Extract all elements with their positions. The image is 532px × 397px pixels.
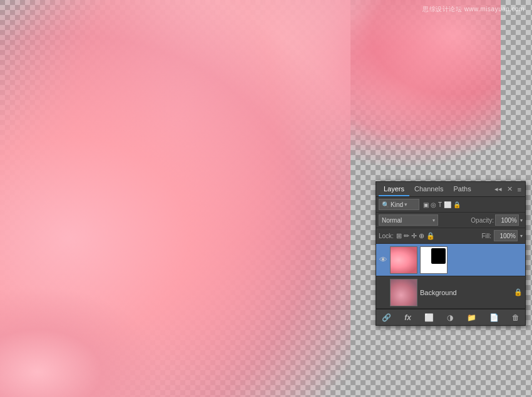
fx-button[interactable]: fx (402, 313, 413, 322)
rose-bottom-left (0, 272, 188, 397)
type-filter-icon[interactable]: T (438, 201, 442, 208)
adjustment-filter-icon[interactable]: ◎ (431, 201, 436, 208)
opacity-label: Opacity: (471, 217, 494, 224)
fill-label: Fill: (481, 233, 491, 239)
panel-close-button[interactable]: ✕ (506, 185, 514, 193)
add-mask-button[interactable]: ⬜ (422, 313, 436, 322)
delete-layer-button[interactable]: 🗑 (510, 313, 521, 322)
tab-channels[interactable]: Channels (409, 183, 448, 196)
kind-chevron-icon: ▾ (404, 201, 407, 208)
blend-mode-arrow-icon: ▾ (432, 218, 435, 223)
background-layer-item[interactable]: Background 🔒 (376, 276, 525, 309)
background-thumb-content (391, 279, 417, 306)
background-layer-name: Background (420, 289, 511, 296)
opacity-arrow-icon: ▾ (520, 218, 523, 223)
lock-pixels-icon[interactable]: ⊞ (396, 232, 402, 240)
panel-header: Layers Channels Paths ◂◂ ✕ ≡ (376, 182, 525, 197)
panel-header-controls: ◂◂ ✕ ≡ (493, 185, 523, 193)
new-fill-button[interactable]: ◑ (445, 313, 455, 322)
layer-thumb-content (391, 247, 417, 273)
layer-mask-content (421, 247, 447, 273)
smart-filter-icon[interactable]: 🔒 (453, 201, 461, 208)
tab-paths[interactable]: Paths (449, 183, 476, 196)
pixel-filter-icon[interactable]: ▣ (423, 201, 429, 208)
shape-filter-icon[interactable]: ⬜ (444, 201, 451, 208)
background-lock-icon: 🔒 (514, 288, 523, 296)
kind-dropdown[interactable]: 🔍 Kind ▾ (379, 199, 419, 210)
layer-mask-thumbnail (420, 246, 448, 274)
layer-visibility-toggle[interactable]: 👁 (379, 255, 387, 264)
lock-all-icon[interactable]: 🔒 (426, 232, 435, 240)
lock-label: Lock: (379, 233, 394, 239)
lock-icons-group: ⊞ ✏ ✛ ⊕ 🔒 (396, 232, 435, 240)
lock-paintbrush-icon[interactable]: ✏ (404, 232, 409, 240)
new-layer-button[interactable]: 📄 (488, 313, 501, 322)
lock-position-icon[interactable]: ✛ (411, 232, 417, 240)
background-thumbnail (390, 279, 417, 306)
opacity-control: Opacity: 100% ▾ (471, 214, 523, 226)
layer-thumbnail-roses (390, 246, 417, 274)
kind-filter-icons: ▣ ◎ T ⬜ 🔒 (423, 201, 461, 208)
fill-arrow-icon: ▾ (520, 233, 523, 239)
new-group-button[interactable]: 📁 (465, 313, 478, 322)
lock-artboard-icon[interactable]: ⊕ (419, 232, 424, 240)
blend-mode-dropdown[interactable]: Normal ▾ (379, 214, 438, 226)
panel-collapse-button[interactable]: ◂◂ (493, 185, 503, 193)
panel-tabs: Layers Channels Paths (379, 183, 493, 196)
tab-layers[interactable]: Layers (379, 183, 409, 196)
panel-menu-button[interactable]: ≡ (516, 186, 523, 193)
layer-item[interactable]: 👁 (376, 244, 525, 276)
opacity-input[interactable]: 100% (495, 214, 519, 226)
layers-panel: Layers Channels Paths ◂◂ ✕ ≡ 🔍 Kind ▾ ▣ … (376, 181, 526, 326)
watermark: 思综设计论坛 www.misayuan.com (422, 5, 524, 14)
lock-fill-row: Lock: ⊞ ✏ ✛ ⊕ 🔒 Fill: 100% ▾ (376, 228, 525, 244)
link-layers-button[interactable]: 🔗 (380, 313, 393, 322)
fill-input[interactable]: 100% (494, 230, 518, 241)
panel-toolbar: 🔗 fx ⬜ ◑ 📁 📄 🗑 (376, 309, 525, 325)
blend-opacity-row: Normal ▾ Opacity: 100% ▾ (376, 213, 525, 228)
kind-row: 🔍 Kind ▾ ▣ ◎ T ⬜ 🔒 (376, 197, 525, 213)
layers-list: 👁 Background 🔒 (376, 244, 525, 309)
